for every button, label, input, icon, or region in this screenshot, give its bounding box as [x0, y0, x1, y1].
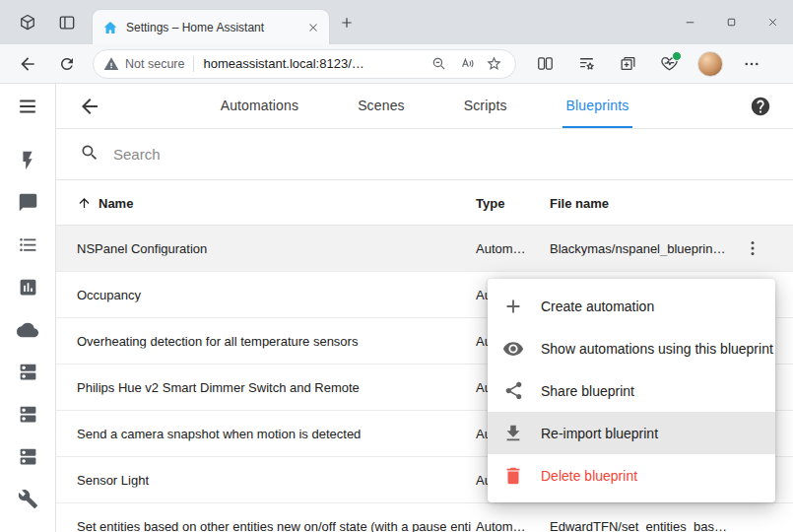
cloud-icon — [17, 319, 38, 341]
sidebar-server-item-3[interactable] — [0, 435, 55, 478]
menu-item-label: Create automation — [541, 299, 654, 314]
sidebar-chat-item[interactable] — [0, 181, 55, 224]
server-icon — [18, 446, 38, 467]
tab-actions-icon[interactable] — [57, 13, 77, 33]
download-icon — [502, 423, 524, 444]
browser-essentials-icon[interactable] — [654, 49, 684, 79]
screen: Settings – Home Assistant — [0, 0, 793, 532]
row-file: Blackymas/nspanel_blueprin… — [550, 241, 735, 256]
row-name: NSPanel Configuration — [77, 241, 471, 256]
sidebar-energy-item[interactable] — [0, 139, 55, 181]
favorite-star-icon[interactable] — [482, 52, 505, 76]
menu-item-delete-blueprint[interactable]: Delete blueprint — [488, 454, 775, 497]
row-type: Autom… — [476, 241, 545, 256]
menu-item-label: Re-import blueprint — [541, 426, 658, 441]
row-name: Set entities based on other entities new… — [77, 519, 471, 532]
menu-item-label: Share blueprint — [541, 383, 634, 399]
row-type: Autom… — [476, 519, 545, 532]
search-row — [56, 129, 793, 180]
home-assistant-favicon — [102, 20, 118, 35]
column-header-name[interactable]: Name — [77, 195, 133, 210]
profile-avatar[interactable] — [695, 49, 725, 79]
ha-tab-bar: Automations Scenes Scripts Blueprints — [56, 84, 793, 128]
close-button[interactable] — [752, 0, 793, 44]
share-icon — [502, 380, 524, 402]
table-row[interactable]: Set entities based on other entities new… — [56, 503, 793, 532]
eye-icon — [502, 338, 524, 360]
url-text[interactable]: homeassistant.local:8123/… — [203, 56, 423, 71]
sort-ascending-icon — [77, 195, 92, 210]
browser-tab[interactable]: Settings – Home Assistant — [93, 10, 329, 44]
menu-item-label: Delete blueprint — [541, 468, 637, 484]
row-name: Send a camera snapshot when motion is de… — [77, 427, 471, 441]
essentials-status-dot — [672, 51, 682, 61]
sidebar — [0, 84, 56, 532]
address-bar[interactable]: Not secure homeassistant.local:8123/… — [93, 49, 516, 79]
navbar-right-icons — [530, 49, 766, 79]
search-input[interactable] — [111, 145, 706, 164]
minimize-button[interactable] — [669, 0, 710, 44]
row-overflow-menu-icon[interactable] — [740, 235, 765, 261]
menu-item-share-blueprint[interactable]: Share blueprint — [488, 369, 775, 412]
security-label[interactable]: Not secure — [125, 57, 184, 71]
row-name: Overheating detection for all temperatur… — [77, 334, 471, 349]
tab-scenes[interactable]: Scenes — [354, 84, 409, 128]
search-icon — [80, 143, 99, 166]
row-file: EdwardTFN/set_entities_bas… — [550, 519, 735, 532]
sidebar-server-item-2[interactable] — [0, 393, 55, 435]
row-name: Sensor Light — [77, 473, 471, 488]
sidebar-developer-tools-item[interactable] — [0, 478, 55, 520]
menu-item-show-automations[interactable]: Show automations using this blueprint — [488, 327, 775, 369]
sidebar-server-item-1[interactable] — [0, 351, 55, 393]
sidebar-items — [0, 139, 55, 520]
row-name: Occupancy — [77, 288, 471, 302]
new-tab-icon[interactable] — [339, 15, 355, 31]
chart-icon — [18, 277, 38, 298]
browser-menu-icon[interactable] — [737, 49, 766, 79]
ha-header: Automations Scenes Scripts Blueprints — [56, 84, 793, 129]
sidebar-menu-button[interactable] — [0, 84, 55, 129]
trash-icon — [502, 465, 524, 487]
sidebar-list-item[interactable] — [0, 224, 55, 266]
read-aloud-icon[interactable] — [454, 52, 478, 76]
tab-close-icon[interactable] — [305, 20, 321, 35]
zoom-out-icon[interactable] — [427, 52, 450, 76]
tab-title: Settings – Home Assistant — [126, 21, 297, 34]
window-controls — [669, 0, 793, 44]
blueprint-context-menu: Create automation Show automations using… — [488, 279, 775, 502]
sidebar-cloud-item[interactable] — [0, 308, 55, 351]
tab-scripts[interactable]: Scripts — [460, 84, 511, 128]
plus-icon — [502, 296, 524, 317]
menu-item-create-automation[interactable]: Create automation — [488, 285, 775, 327]
browser-navbar: Not secure homeassistant.local:8123/… — [0, 44, 793, 84]
chat-icon — [18, 192, 38, 213]
maximize-button[interactable] — [710, 0, 752, 44]
tab-automations[interactable]: Automations — [217, 84, 302, 128]
refresh-icon[interactable] — [51, 48, 83, 80]
column-header-file[interactable]: File name — [550, 195, 609, 210]
menu-item-label: Show automations using this blueprint — [541, 341, 773, 357]
help-icon[interactable] — [750, 96, 771, 117]
lightning-icon — [17, 150, 38, 171]
menu-item-reimport-blueprint[interactable]: Re-import blueprint — [488, 412, 775, 454]
workspaces-icon[interactable] — [18, 13, 37, 33]
list-icon — [18, 234, 38, 255]
address-divider — [193, 56, 194, 72]
server-icon — [18, 362, 38, 382]
collections-icon[interactable] — [613, 49, 642, 79]
favorites-icon[interactable] — [571, 49, 601, 79]
tab-blueprints[interactable]: Blueprints — [562, 84, 633, 128]
column-header-type[interactable]: Type — [476, 195, 504, 210]
not-secure-warning-icon[interactable] — [103, 56, 119, 72]
wrench-icon — [18, 489, 38, 509]
split-screen-icon[interactable] — [530, 49, 560, 79]
sidebar-history-item[interactable] — [0, 266, 55, 308]
table-row[interactable]: NSPanel Configuration Autom… Blackymas/n… — [56, 226, 793, 272]
row-name: Philips Hue v2 Smart Dimmer Switch and R… — [77, 380, 471, 395]
server-icon — [18, 404, 38, 425]
browser-back-icon[interactable] — [12, 48, 43, 80]
table-header: Name Type File name — [56, 180, 793, 226]
browser-titlebar: Settings – Home Assistant — [0, 0, 793, 44]
